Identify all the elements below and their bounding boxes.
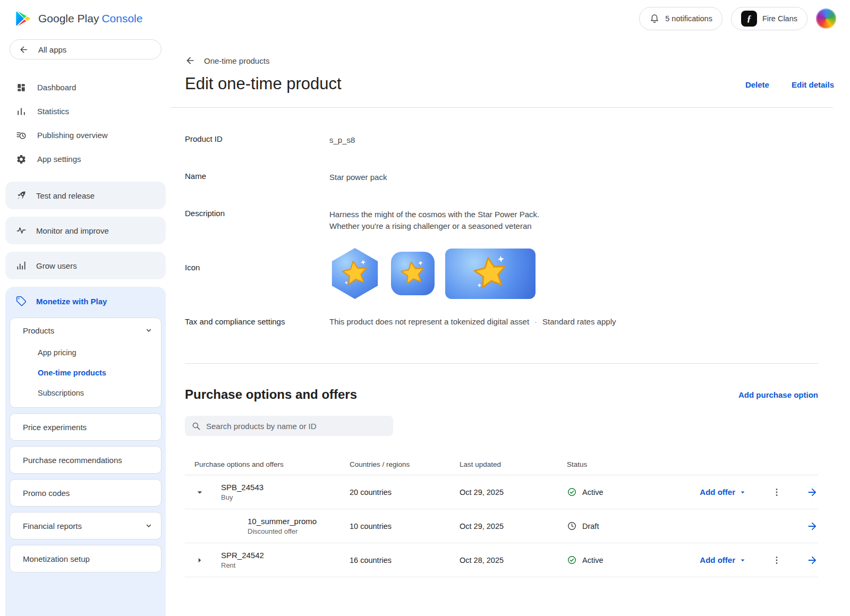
countries-cell: 16 countries bbox=[350, 556, 460, 564]
gear-icon bbox=[16, 154, 27, 165]
icon-label: Icon bbox=[185, 248, 329, 272]
open-row-arrow-icon[interactable] bbox=[806, 554, 818, 566]
description-label: Description bbox=[185, 209, 329, 232]
sidebar-item-app-pricing[interactable]: App pricing bbox=[10, 343, 161, 363]
rocket-icon bbox=[16, 190, 27, 201]
status-cell: Active bbox=[567, 555, 657, 565]
table-header: Purchase options and offers Countries / … bbox=[185, 454, 818, 475]
description-field: Description Harness the might of the cos… bbox=[185, 209, 850, 232]
purchase-option-id: SPB_24543 bbox=[221, 483, 350, 492]
search-input[interactable] bbox=[206, 422, 387, 431]
sidebar-item-dashboard[interactable]: Dashboard bbox=[0, 75, 171, 99]
sidebar-item-one-time-products[interactable]: One-time products bbox=[10, 363, 161, 383]
sidebar-item-statistics[interactable]: Statistics bbox=[0, 99, 171, 123]
account-avatar[interactable] bbox=[816, 8, 836, 29]
app-logo: ƒ bbox=[741, 11, 757, 27]
monetize-section: Monetize with Play Products App pricing … bbox=[5, 287, 166, 616]
product-icon-banner bbox=[445, 249, 536, 299]
purchase-option-id: SPR_24542 bbox=[221, 551, 350, 560]
sidebar-item-subscriptions[interactable]: Subscriptions bbox=[10, 383, 161, 403]
last-updated-cell: Oct 29, 2025 bbox=[460, 488, 567, 497]
publishing-overview-icon bbox=[16, 130, 27, 141]
open-row-arrow-icon[interactable] bbox=[806, 486, 818, 498]
table-row[interactable]: 10_summer_promo Discounted offer 10 coun… bbox=[185, 509, 818, 543]
status-badge: Active bbox=[582, 488, 604, 497]
more-options-icon[interactable] bbox=[771, 487, 782, 498]
breadcrumb-label: One-time products bbox=[204, 56, 269, 65]
arrow-back-icon bbox=[19, 45, 29, 55]
sidebar-item-price-experiments[interactable]: Price experiments bbox=[10, 414, 161, 440]
search-box bbox=[185, 416, 393, 436]
table-row[interactable]: SPB_24543 Buy 20 countries Oct 29, 2025 … bbox=[185, 475, 818, 509]
sidebar-section-test-and-release[interactable]: Test and release bbox=[5, 182, 166, 209]
product-id-value: s_p_s8 bbox=[329, 134, 355, 146]
tax-label: Tax and compliance settings bbox=[185, 317, 329, 326]
app-switcher-button[interactable]: ƒ Fire Clans bbox=[731, 7, 808, 30]
sidebar-section-grow-users[interactable]: Grow users bbox=[5, 252, 166, 279]
sidebar-section-monitor-and-improve[interactable]: Monitor and improve bbox=[5, 217, 166, 244]
open-row-arrow-icon[interactable] bbox=[806, 520, 818, 532]
search-icon bbox=[191, 421, 201, 431]
notifications-button[interactable]: 5 notifications bbox=[639, 7, 722, 30]
more-options-icon[interactable] bbox=[771, 555, 782, 566]
product-icon-hexagon bbox=[329, 248, 380, 299]
dot-separator: · bbox=[534, 317, 537, 326]
purchase-options-table: Purchase options and offers Countries / … bbox=[185, 454, 818, 577]
expand-row-icon[interactable] bbox=[194, 555, 205, 566]
sidebar-item-products[interactable]: Products bbox=[10, 318, 161, 343]
sidebar-section-monetize-with-play[interactable]: Monetize with Play bbox=[5, 287, 166, 315]
section-divider bbox=[185, 363, 818, 364]
statistics-icon bbox=[16, 106, 27, 117]
all-apps-button[interactable]: All apps bbox=[10, 39, 162, 59]
add-offer-button[interactable]: Add offer bbox=[700, 555, 747, 564]
add-purchase-option-button[interactable]: Add purchase option bbox=[738, 390, 818, 399]
draft-clock-icon bbox=[567, 521, 577, 531]
column-header: Purchase options and offers bbox=[194, 460, 350, 468]
status-badge: Draft bbox=[582, 522, 599, 531]
price-experiments-card: Price experiments bbox=[10, 413, 162, 441]
app-name: Fire Clans bbox=[762, 14, 797, 23]
status-cell: Draft bbox=[567, 521, 657, 531]
pulse-icon bbox=[16, 225, 27, 236]
main-content: One-time products Edit one-time product … bbox=[171, 37, 850, 616]
product-id-label: Product ID bbox=[185, 134, 329, 146]
brand-text: Google PlayConsole bbox=[38, 12, 142, 25]
sidebar-item-financial-reports[interactable]: Financial reports bbox=[10, 512, 161, 539]
sidebar-item-monetization-setup[interactable]: Monetization setup bbox=[10, 545, 161, 572]
name-field: Name Star power pack bbox=[185, 172, 850, 183]
purchase-recommendations-card: Purchase recommendations bbox=[10, 446, 162, 474]
chevron-down-icon bbox=[144, 326, 154, 335]
tax-field: Tax and compliance settings This product… bbox=[185, 317, 850, 326]
growth-chart-icon bbox=[16, 260, 27, 271]
name-value: Star power pack bbox=[329, 172, 387, 183]
purchase-option-type: Buy bbox=[221, 493, 350, 501]
app-header: Google PlayConsole 5 notifications ƒ Fir… bbox=[0, 0, 850, 37]
description-value: Harness the might of the cosmos with the… bbox=[329, 209, 539, 232]
table-row[interactable]: SPR_24542 Rent 16 countries Oct 28, 2025… bbox=[185, 543, 818, 577]
financial-reports-card: Financial reports bbox=[10, 512, 162, 540]
collapse-row-icon[interactable] bbox=[194, 487, 205, 498]
google-play-icon bbox=[14, 10, 32, 28]
caret-down-icon bbox=[738, 556, 747, 564]
delete-button[interactable]: Delete bbox=[745, 80, 769, 89]
sidebar-item-publishing-overview[interactable]: Publishing overview bbox=[0, 123, 171, 147]
column-header: Last updated bbox=[460, 460, 567, 468]
notifications-label: 5 notifications bbox=[665, 14, 712, 23]
active-check-icon bbox=[567, 487, 577, 497]
add-offer-button[interactable]: Add offer bbox=[700, 487, 747, 497]
price-tag-icon bbox=[16, 296, 27, 306]
star-icon bbox=[397, 258, 429, 290]
last-updated-cell: Oct 28, 2025 bbox=[460, 556, 567, 564]
sidebar-item-purchase-recommendations[interactable]: Purchase recommendations bbox=[10, 447, 161, 473]
sidebar: All apps Dashboard Statistics Publishing… bbox=[0, 37, 171, 616]
tax-value: This product does not represent a tokeni… bbox=[329, 317, 616, 326]
product-id-field: Product ID s_p_s8 bbox=[185, 134, 850, 146]
back-arrow-icon[interactable] bbox=[185, 55, 196, 66]
sidebar-item-app-settings[interactable]: App settings bbox=[0, 147, 171, 171]
edit-details-button[interactable]: Edit details bbox=[792, 80, 834, 89]
star-icon bbox=[468, 251, 513, 296]
purchase-option-type: Rent bbox=[221, 561, 350, 569]
status-badge: Active bbox=[582, 556, 604, 564]
active-check-icon bbox=[567, 555, 577, 565]
sidebar-item-promo-codes[interactable]: Promo codes bbox=[10, 480, 161, 506]
